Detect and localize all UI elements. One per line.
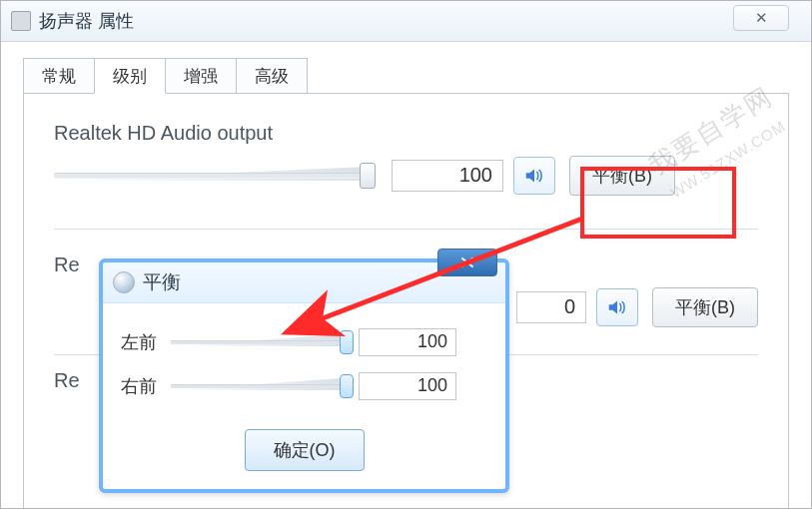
close-icon: ✕ [755,9,768,27]
tab-advanced[interactable]: 高级 [236,58,308,94]
slider-thumb[interactable] [360,163,376,189]
section2-balance-button[interactable]: 平衡(B) [652,287,758,327]
window-icon [11,11,31,31]
tab-general[interactable]: 常规 [23,58,95,94]
balance-right-front-slider[interactable] [171,372,347,400]
balance-row-left-front: 左前 100 [121,323,487,361]
output-balance-button[interactable]: 平衡(B) [569,156,675,196]
section2-mute-button[interactable] [596,288,638,326]
section2-volume-value[interactable]: 0 [516,291,586,323]
balance-dialog-footer: 确定(O) [121,411,487,471]
balance-left-front-label: 左前 [121,330,171,354]
balance-ok-button[interactable]: 确定(O) [245,429,365,471]
output-volume-slider[interactable] [54,162,374,190]
tabstrip: 常规 级别 增强 高级 [23,59,789,93]
window-title: 扬声器 属性 [39,9,134,33]
output-mute-button[interactable] [513,157,555,195]
balance-right-front-label: 右前 [121,374,171,398]
output-volume-value[interactable]: 100 [392,160,503,192]
balance-dialog-body: 左前 100 右前 100 确定(O) [103,303,505,489]
balance-right-front-value[interactable]: 100 [359,372,456,400]
balance-left-front-slider[interactable] [171,328,347,356]
speaker-icon [606,296,628,318]
window-close-button[interactable]: ✕ [733,5,789,31]
slider-thumb[interactable] [340,330,354,354]
balance-dialog: 平衡 左前 100 右前 100 [99,258,509,493]
balance-row-right-front: 右前 100 [121,367,487,405]
balance-dialog-title: 平衡 [143,269,181,295]
output-device-label: Realtek HD Audio output [54,122,758,145]
divider [54,229,758,230]
balance-left-front-value[interactable]: 100 [359,328,456,356]
titlebar: 扬声器 属性 ✕ [1,1,811,42]
slider-thumb[interactable] [340,374,354,398]
output-volume-row: 100 平衡(B) [54,153,758,199]
balance-dialog-icon [113,271,135,293]
balance-dialog-close-button[interactable] [437,249,497,276]
speaker-icon [523,165,545,187]
close-icon [458,256,476,268]
tab-enhancements[interactable]: 增强 [165,58,237,94]
speaker-properties-window: 扬声器 属性 ✕ 常规 级别 增强 高级 Realtek HD Audio ou… [0,0,812,509]
tab-levels[interactable]: 级别 [94,58,166,94]
